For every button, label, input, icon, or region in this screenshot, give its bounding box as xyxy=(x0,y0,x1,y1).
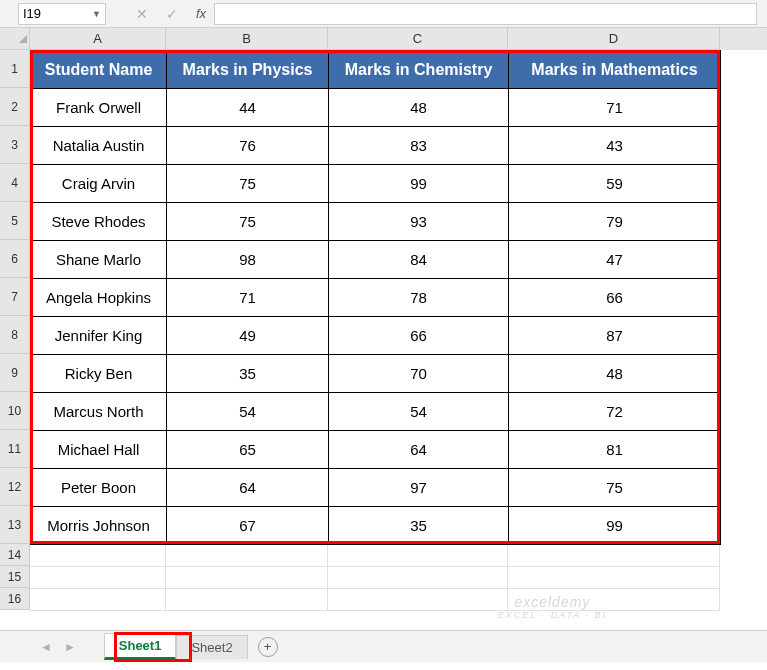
cell-name[interactable]: Steve Rhodes xyxy=(31,203,167,241)
name-box[interactable]: I19 ▼ xyxy=(18,3,106,25)
row-header[interactable]: 16 xyxy=(0,588,30,610)
cell-phy[interactable]: 35 xyxy=(167,355,329,393)
cell[interactable] xyxy=(508,567,720,589)
header-student-name[interactable]: Student Name xyxy=(31,51,167,89)
row-header[interactable]: 13 xyxy=(0,506,30,544)
cell-name[interactable]: Shane Marlo xyxy=(31,241,167,279)
table-row: Jennifer King496687 xyxy=(31,317,721,355)
cell-name[interactable]: Marcus North xyxy=(31,393,167,431)
cell-math[interactable]: 71 xyxy=(509,89,721,127)
row-header[interactable]: 14 xyxy=(0,544,30,566)
cell-name[interactable]: Frank Orwell xyxy=(31,89,167,127)
sheet-tabs-row: ◄ ► Sheet1 Sheet2 + xyxy=(0,630,767,662)
cell-name[interactable]: Angela Hopkins xyxy=(31,279,167,317)
cell-math[interactable]: 47 xyxy=(509,241,721,279)
cell-name[interactable]: Morris Johnson xyxy=(31,507,167,545)
cell-math[interactable]: 48 xyxy=(509,355,721,393)
row-header[interactable]: 10 xyxy=(0,392,30,430)
cell-chem[interactable]: 84 xyxy=(329,241,509,279)
row-headers-col: 1 2 3 4 5 6 7 8 9 10 11 12 13 14 15 16 xyxy=(0,50,30,611)
cell-phy[interactable]: 98 xyxy=(167,241,329,279)
cell-chem[interactable]: 83 xyxy=(329,127,509,165)
col-header-d[interactable]: D xyxy=(508,28,720,50)
cell-name[interactable]: Michael Hall xyxy=(31,431,167,469)
cell-math[interactable]: 99 xyxy=(509,507,721,545)
col-header-a[interactable]: A xyxy=(30,28,166,50)
fx-icon[interactable]: fx xyxy=(196,6,206,21)
cell[interactable] xyxy=(166,567,328,589)
row-header[interactable]: 8 xyxy=(0,316,30,354)
cell-phy[interactable]: 64 xyxy=(167,469,329,507)
cells-area[interactable]: Student Name Marks in Physics Marks in C… xyxy=(30,50,721,611)
header-mathematics[interactable]: Marks in Mathematics xyxy=(509,51,721,89)
cell[interactable] xyxy=(328,545,508,567)
row-header[interactable]: 5 xyxy=(0,202,30,240)
row-header[interactable]: 4 xyxy=(0,164,30,202)
row-header[interactable]: 9 xyxy=(0,354,30,392)
select-all-corner[interactable] xyxy=(0,28,30,50)
header-physics[interactable]: Marks in Physics xyxy=(167,51,329,89)
cell-phy[interactable]: 71 xyxy=(167,279,329,317)
cell-chem[interactable]: 93 xyxy=(329,203,509,241)
cell-name[interactable]: Peter Boon xyxy=(31,469,167,507)
next-sheet-icon[interactable]: ► xyxy=(64,640,76,654)
prev-sheet-icon[interactable]: ◄ xyxy=(40,640,52,654)
cell[interactable] xyxy=(508,545,720,567)
cell-name[interactable]: Natalia Austin xyxy=(31,127,167,165)
cell-name[interactable]: Craig Arvin xyxy=(31,165,167,203)
header-chemistry[interactable]: Marks in Chemistry xyxy=(329,51,509,89)
cell[interactable] xyxy=(328,567,508,589)
cell-math[interactable]: 87 xyxy=(509,317,721,355)
cell-chem[interactable]: 64 xyxy=(329,431,509,469)
cell-math[interactable]: 81 xyxy=(509,431,721,469)
cell-name[interactable]: Jennifer King xyxy=(31,317,167,355)
sheet-tab-sheet2[interactable]: Sheet2 xyxy=(176,635,247,659)
cell-math[interactable]: 43 xyxy=(509,127,721,165)
row-header[interactable]: 2 xyxy=(0,88,30,126)
cell[interactable] xyxy=(166,545,328,567)
formula-input[interactable] xyxy=(214,3,757,25)
cell-phy[interactable]: 75 xyxy=(167,203,329,241)
cell-chem[interactable]: 48 xyxy=(329,89,509,127)
cell-chem[interactable]: 54 xyxy=(329,393,509,431)
row-header[interactable]: 1 xyxy=(0,50,30,88)
sheet-tab-sheet1[interactable]: Sheet1 xyxy=(104,633,177,660)
cell-phy[interactable]: 49 xyxy=(167,317,329,355)
row-header[interactable]: 11 xyxy=(0,430,30,468)
cell-math[interactable]: 79 xyxy=(509,203,721,241)
cell-chem[interactable]: 97 xyxy=(329,469,509,507)
table-row: Steve Rhodes759379 xyxy=(31,203,721,241)
cell-phy[interactable]: 67 xyxy=(167,507,329,545)
cell-math[interactable]: 59 xyxy=(509,165,721,203)
row-header[interactable]: 3 xyxy=(0,126,30,164)
cell-chem[interactable]: 70 xyxy=(329,355,509,393)
col-header-c[interactable]: C xyxy=(328,28,508,50)
row-header[interactable]: 7 xyxy=(0,278,30,316)
cell[interactable] xyxy=(508,589,720,611)
cell-math[interactable]: 72 xyxy=(509,393,721,431)
row-header[interactable]: 6 xyxy=(0,240,30,278)
col-header-b[interactable]: B xyxy=(166,28,328,50)
cell[interactable] xyxy=(30,567,166,589)
cell-chem[interactable]: 99 xyxy=(329,165,509,203)
cell[interactable] xyxy=(328,589,508,611)
cell-math[interactable]: 75 xyxy=(509,469,721,507)
cell[interactable] xyxy=(30,545,166,567)
table-row: Marcus North545472 xyxy=(31,393,721,431)
cell-phy[interactable]: 65 xyxy=(167,431,329,469)
cell-phy[interactable]: 54 xyxy=(167,393,329,431)
row-header[interactable]: 12 xyxy=(0,468,30,506)
cell-phy[interactable]: 44 xyxy=(167,89,329,127)
cell[interactable] xyxy=(30,589,166,611)
cell[interactable] xyxy=(166,589,328,611)
new-sheet-button[interactable]: + xyxy=(258,637,278,657)
chevron-down-icon[interactable]: ▼ xyxy=(92,9,101,19)
cell-phy[interactable]: 75 xyxy=(167,165,329,203)
cell-name[interactable]: Ricky Ben xyxy=(31,355,167,393)
cell-phy[interactable]: 76 xyxy=(167,127,329,165)
cell-chem[interactable]: 35 xyxy=(329,507,509,545)
row-header[interactable]: 15 xyxy=(0,566,30,588)
cell-chem[interactable]: 78 xyxy=(329,279,509,317)
cell-chem[interactable]: 66 xyxy=(329,317,509,355)
cell-math[interactable]: 66 xyxy=(509,279,721,317)
